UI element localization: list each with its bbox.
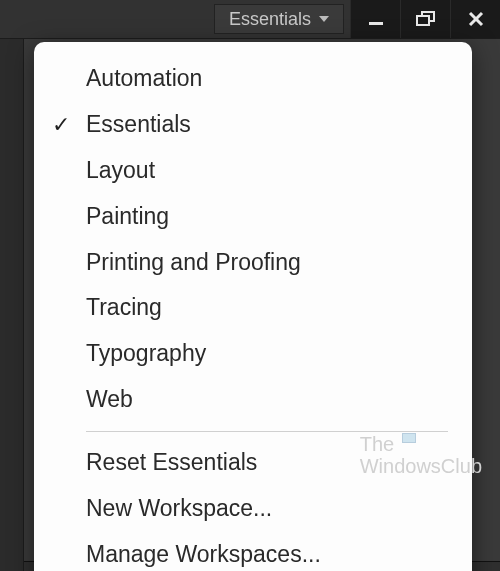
minimize-icon <box>367 10 385 28</box>
workspace-menu-item-new-workspace[interactable]: New Workspace... <box>34 486 472 532</box>
menu-item-label: Tracing <box>86 293 448 323</box>
left-panel-rail <box>0 39 24 571</box>
svg-rect-0 <box>369 22 383 25</box>
menu-separator <box>86 431 448 432</box>
menu-item-label: Printing and Proofing <box>86 248 448 278</box>
workspace-menu-item-layout[interactable]: Layout <box>34 148 472 194</box>
dropdown-triangle-icon <box>319 16 329 22</box>
minimize-button[interactable] <box>350 0 400 38</box>
workspace-menu-item-automation[interactable]: Automation <box>34 56 472 102</box>
workspace-menu-item-typography[interactable]: Typography <box>34 331 472 377</box>
menu-item-label: Reset Essentials <box>86 448 448 478</box>
menu-item-label: Layout <box>86 156 448 186</box>
workspace-menu-item-web[interactable]: Web <box>34 377 472 423</box>
workspace-menu-item-reset[interactable]: Reset Essentials <box>34 440 472 486</box>
workspace-menu-item-essentials[interactable]: ✓ Essentials <box>34 102 472 148</box>
workspace-switcher-button[interactable]: Essentials <box>214 4 344 34</box>
menu-item-label: Web <box>86 385 448 415</box>
menu-item-label: Typography <box>86 339 448 369</box>
workspace-menu: Automation ✓ Essentials Layout Painting … <box>34 42 472 571</box>
svg-rect-2 <box>417 16 429 25</box>
close-icon <box>467 10 485 28</box>
workspace-switcher-label: Essentials <box>229 9 311 30</box>
window-controls <box>350 0 500 38</box>
menu-item-label: Essentials <box>86 110 448 140</box>
restore-button[interactable] <box>400 0 450 38</box>
menu-item-label: New Workspace... <box>86 494 448 524</box>
close-button[interactable] <box>450 0 500 38</box>
workspace-menu-item-tracing[interactable]: Tracing <box>34 285 472 331</box>
workspace-menu-item-painting[interactable]: Painting <box>34 194 472 240</box>
workspace-menu-item-printing-and-proofing[interactable]: Printing and Proofing <box>34 240 472 286</box>
workspace-menu-item-manage-workspaces[interactable]: Manage Workspaces... <box>34 532 472 571</box>
menu-item-label: Manage Workspaces... <box>86 540 448 570</box>
checkmark-icon: ✓ <box>52 111 86 140</box>
menu-item-label: Automation <box>86 64 448 94</box>
restore-icon <box>416 11 436 27</box>
titlebar: Essentials <box>0 0 500 38</box>
menu-item-label: Painting <box>86 202 448 232</box>
